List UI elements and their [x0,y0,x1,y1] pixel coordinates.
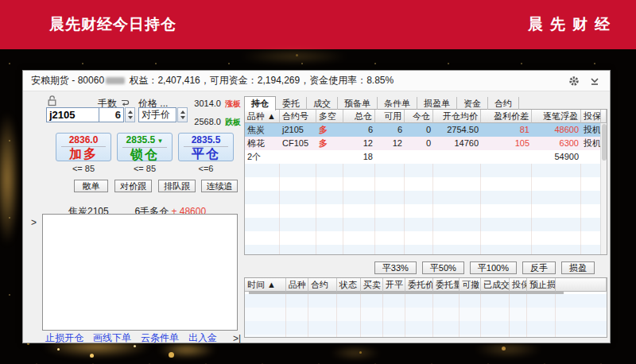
empty-cell [405,321,433,335]
scrollbar-thumb[interactable] [602,124,607,161]
empty-cell [581,231,601,245]
positions-tab-6[interactable]: 资金 [457,97,488,110]
funds-info: 权益：2,407,416，可用资金：2,194,269，资金使用率：8.85% [129,75,394,86]
banner-title-right: 晨先财经 [528,14,617,35]
footer-links: 止损开仓画线下单云条件单出入金 >| [45,331,241,345]
table-cell: 棉花 [245,137,280,150]
stepper-arrows-icon[interactable] [125,107,135,122]
positions-col-header-1[interactable]: 合约号 [280,110,316,123]
positions-col-header-5[interactable]: 今仓 [405,110,433,123]
positions-col-header-9[interactable]: 投保 [581,110,601,123]
quick-button-3[interactable]: 连续追 [201,180,238,192]
lots-stepper[interactable]: 6 [99,107,135,122]
positions-tab-2[interactable]: 成交 [307,97,338,110]
quick-button-2[interactable]: 排队跟 [158,180,196,192]
position-row-0[interactable]: 焦炭j2105多6602754.508148600投机 [245,123,607,137]
empty-cell [316,164,343,177]
positions-col-header-4[interactable]: 可用 [375,110,405,123]
orders-col-header-10[interactable]: 投保 [510,278,527,292]
empty-cell [581,218,601,231]
quick-button-0[interactable]: 散单 [74,180,108,192]
empty-cell [280,177,316,191]
footer-link-1[interactable]: 画线下单 [93,331,131,345]
empty-cell [433,164,481,177]
orders-col-header-6[interactable]: 委托价 [405,278,433,292]
positions-summary-row: 2个1854900 [245,150,607,164]
positions-tab-7[interactable]: 合约 [488,97,519,110]
positions-col-header-6[interactable]: 开仓均价 [433,110,481,123]
empty-cell [481,294,510,308]
empty-cell [481,191,532,204]
empty-cell [245,218,280,231]
orders-col-header-2[interactable]: 合约 [308,278,337,292]
empty-cell [245,191,280,204]
empty-cell [433,335,460,338]
minimize-icon[interactable] [589,76,600,87]
empty-cell [361,308,383,321]
empty-row [245,245,607,255]
positions-col-header-7[interactable]: 盈利价差 [481,110,532,123]
positions-col-header-8[interactable]: 逐笔浮盈 [532,110,581,123]
orders-col-header-9[interactable]: 已成交 [481,278,510,292]
table-cell: 12 [375,137,405,150]
orders-col-header-7[interactable]: 委托量 [433,278,460,292]
positions-tab-3[interactable]: 预备单 [338,97,378,110]
table-cell: 48600 [532,123,581,137]
positions-tabbar: 持仓委托成交预备单条件单损盈单资金合约 [244,96,519,110]
action-button-0[interactable]: 平33% [374,261,417,274]
empty-cell [433,245,481,255]
footer-link-3[interactable]: 出入金 [188,331,217,345]
positions-tab-5[interactable]: 损盈单 [417,97,457,110]
trade-button-label: 加多 [56,147,111,161]
trade-button-close[interactable]: 2835.5平仓 [178,133,234,161]
expand-arrow-icon[interactable]: >| [233,333,241,344]
positions-tab-0[interactable]: 持仓 [244,96,276,110]
unlock-icon[interactable] [47,95,57,106]
empty-cell [280,191,316,204]
top-banner: 晨先财经今日持仓 晨先财经 [0,0,636,49]
positions-tab-1[interactable]: 委托 [276,97,307,110]
orders-col-header-0[interactable]: 时间 ▲ [245,278,286,292]
action-button-2[interactable]: 平100% [470,261,517,274]
positions-col-header-3[interactable]: 总仓 [343,110,375,123]
empty-cell [481,321,510,335]
collapse-arrow-icon[interactable]: > [31,217,37,228]
footer-link-2[interactable]: 云条件单 [141,331,179,345]
trade-button-lock[interactable]: 2835.5 ▼锁仓 [117,133,173,161]
limit-down-price: 2568.0 [194,117,221,126]
action-button-3[interactable]: 反手 [522,261,556,274]
empty-cell [510,335,527,338]
vertical-scrollbar[interactable] [600,123,607,254]
loop-order-icon[interactable] [120,98,130,106]
limit-up-price: 3014.0 [194,99,221,108]
settings-gear-icon[interactable] [568,76,580,87]
quick-button-1[interactable]: 对价跟 [114,180,152,192]
order-log-listbox[interactable] [42,214,238,331]
horizontal-scrollbar-thumb[interactable] [249,292,564,294]
footer-link-0[interactable]: 止损开仓 [45,331,83,345]
positions-col-header-0[interactable]: 品种 ▲ [245,110,280,123]
empty-cell [510,294,527,308]
orders-col-header-11[interactable]: 预止损 [527,278,556,292]
positions-col-header-2[interactable]: 多空 [316,110,343,123]
orders-col-header-8[interactable]: 可撤 [460,278,481,292]
positions-tab-4[interactable]: 条件单 [378,97,417,110]
orders-col-header-filler [556,278,607,292]
empty-cell [316,204,343,218]
action-button-4[interactable]: 损盈 [561,261,595,274]
orders-col-header-4[interactable]: 买卖 [361,278,383,292]
lots-value[interactable]: 6 [99,107,124,122]
empty-cell [337,294,361,308]
orders-col-header-1[interactable]: 品种 [286,278,308,292]
orders-col-header-3[interactable]: 状态 [337,278,361,292]
empty-row [245,177,607,191]
empty-cell [316,191,343,204]
empty-cell [581,164,601,177]
price-mode-value[interactable]: 对手价 [138,107,176,122]
empty-cell [405,204,433,218]
orders-col-header-5[interactable]: 开平 [383,278,405,292]
trade-button-add-long[interactable]: 2836.0加多 [56,133,111,161]
trade-button-price: 2835.5 [184,134,228,147]
position-row-1[interactable]: 棉花CF105多12120147601056300投机 [245,137,607,150]
action-button-1[interactable]: 平50% [422,261,464,274]
